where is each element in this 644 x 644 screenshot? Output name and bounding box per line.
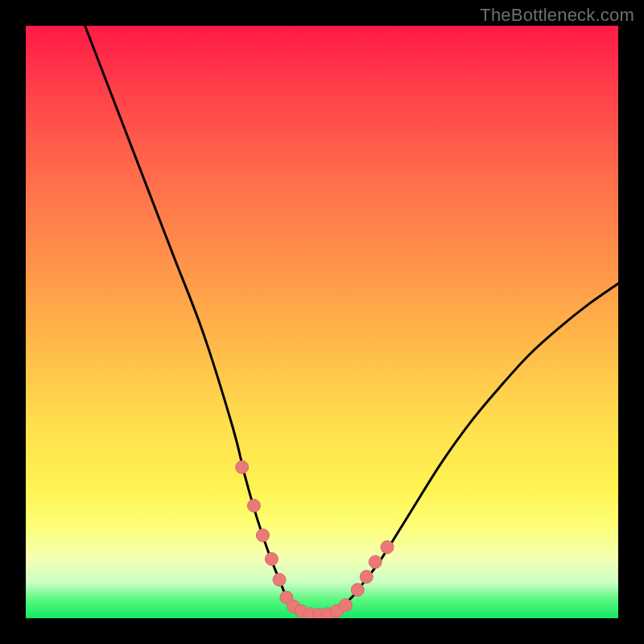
bottleneck-chart-svg [26,26,618,618]
plot-area [26,26,618,618]
marked-dot [360,571,373,584]
marked-dot [351,584,364,597]
marked-dot [381,541,394,554]
marked-dot [369,555,382,568]
marked-dots-group [236,460,394,618]
marked-dot [236,460,249,473]
marked-dot [265,552,278,565]
marked-dot [247,499,260,512]
bottleneck-curve [85,26,618,615]
marked-dot [273,573,286,586]
watermark-text: TheBottleneck.com [480,5,634,26]
marked-dot [256,529,269,542]
marked-dot [339,599,352,612]
chart-frame: TheBottleneck.com [0,0,644,644]
